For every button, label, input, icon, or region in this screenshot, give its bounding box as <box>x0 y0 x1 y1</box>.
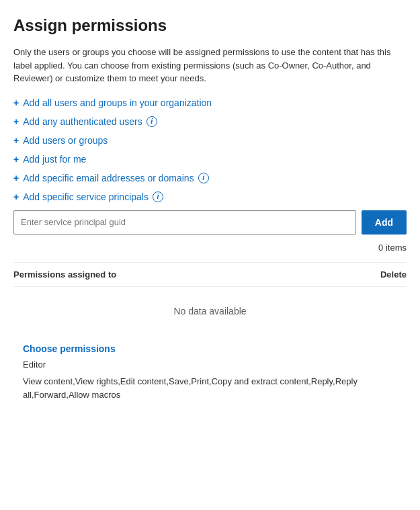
add-users-groups-link[interactable]: + Add users or groups <box>13 135 407 146</box>
add-service-principals-link[interactable]: + Add specific service principals i <box>13 192 407 202</box>
plus-icon-users-groups: + <box>13 135 19 146</box>
page-title: Assign permissions <box>13 16 407 35</box>
add-email-domains-label: Add specific email addresses or domains <box>23 173 194 183</box>
add-users-groups-label: Add users or groups <box>23 135 108 146</box>
permissions-details: View content,View rights,Edit content,Sa… <box>23 375 397 401</box>
info-icon-authenticated[interactable]: i <box>146 116 157 127</box>
add-just-me-label: Add just for me <box>23 154 86 165</box>
choose-permissions-link[interactable]: Choose permissions <box>23 343 116 354</box>
description-text: Only the users or groups you choose will… <box>13 46 407 85</box>
service-principal-input[interactable] <box>13 210 356 235</box>
add-service-principal-button[interactable]: Add <box>362 210 407 235</box>
column-delete: Delete <box>380 269 407 280</box>
plus-icon-all-users: + <box>13 97 19 108</box>
add-just-me-link[interactable]: + Add just for me <box>13 154 407 165</box>
add-service-principals-label: Add specific service principals <box>23 192 149 202</box>
choose-permissions-section: Choose permissions Editor View content,V… <box>13 338 407 407</box>
plus-icon-service-principals: + <box>13 192 19 202</box>
add-email-domains-link[interactable]: + Add specific email addresses or domain… <box>13 173 407 183</box>
add-all-users-link[interactable]: + Add all users and groups in your organ… <box>13 97 407 108</box>
column-permissions-assigned: Permissions assigned to <box>13 269 116 280</box>
items-count: 0 items <box>13 243 407 258</box>
no-data-message: No data available <box>13 287 407 335</box>
table-header: Permissions assigned to Delete <box>13 263 407 287</box>
plus-icon-just-me: + <box>13 154 19 165</box>
info-icon-service-principals[interactable]: i <box>153 192 163 202</box>
add-authenticated-users-link[interactable]: + Add any authenticated users i <box>13 116 407 127</box>
plus-icon-email-domains: + <box>13 173 19 183</box>
add-all-users-label: Add all users and groups in your organiz… <box>23 97 212 108</box>
add-authenticated-users-label: Add any authenticated users <box>23 116 142 127</box>
permissions-role: Editor <box>23 358 397 372</box>
plus-icon-authenticated: + <box>13 116 19 127</box>
permissions-table: Permissions assigned to Delete No data a… <box>13 262 407 335</box>
info-icon-email-domains[interactable]: i <box>198 173 209 183</box>
